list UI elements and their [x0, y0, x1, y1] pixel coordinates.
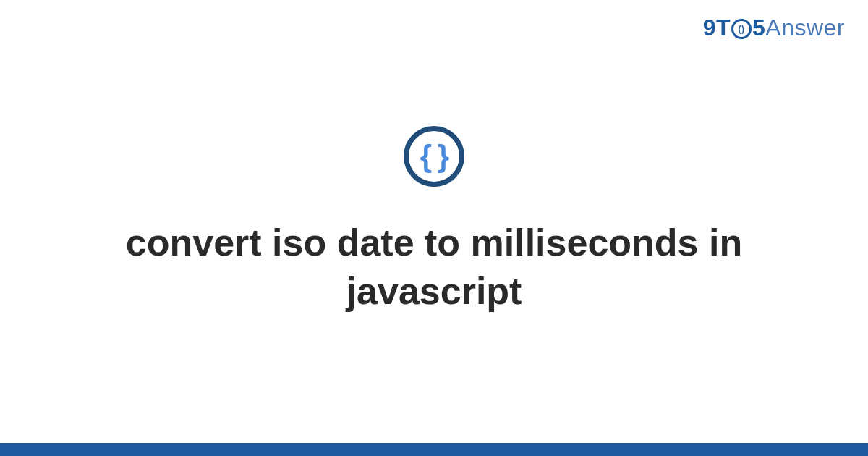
- braces-glyph: { }: [420, 141, 448, 172]
- code-braces-icon: { }: [404, 126, 464, 187]
- category-icon-wrapper: { }: [404, 126, 464, 187]
- page-title: convert iso date to milliseconds in java…: [72, 219, 796, 315]
- footer-accent-bar: [0, 443, 868, 456]
- main-content: { } convert iso date to milliseconds in …: [0, 0, 868, 456]
